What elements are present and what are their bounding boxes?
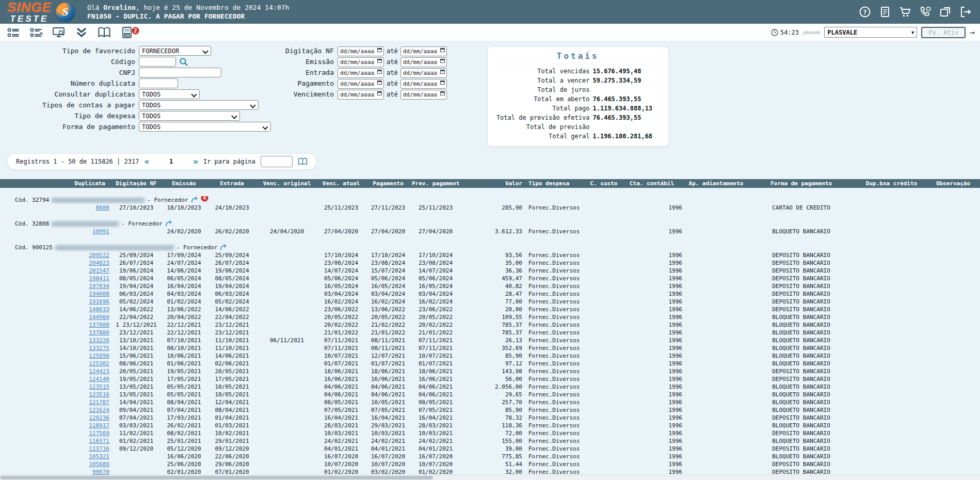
search-icon[interactable]: [179, 57, 188, 67]
cell-0: 105689: [0, 460, 113, 468]
cart-button[interactable]: [899, 6, 911, 18]
cell-1: 08/05/2024: [113, 275, 160, 282]
cell-1: 09/12/2020: [113, 445, 160, 453]
calendar-icon[interactable]: [377, 48, 382, 52]
calendar-icon[interactable]: [440, 91, 445, 95]
duplicata-link[interactable]: 118917: [89, 422, 109, 429]
calendar-icon[interactable]: [440, 59, 445, 63]
double-chevron-down-button[interactable]: [74, 26, 89, 39]
horizontal-scrollbar-thumb[interactable]: [1, 476, 433, 479]
csv-export-button[interactable]: CSV2: [120, 26, 134, 39]
calendar-icon[interactable]: [377, 59, 382, 63]
help-button[interactable]: ?: [859, 6, 871, 18]
duplicata-link[interactable]: 116571: [89, 438, 109, 444]
cell-7: 04/01/2021: [412, 445, 459, 453]
duplicata-link[interactable]: 124140: [89, 376, 109, 382]
duplicata-link[interactable]: 123516: [89, 391, 109, 398]
search-icon[interactable]: [179, 57, 188, 67]
duplicata-link[interactable]: 125890: [89, 353, 109, 359]
duplicata-link[interactable]: 123515: [89, 383, 109, 390]
filter-input-3[interactable]: [139, 78, 178, 88]
goto-page-input[interactable]: [261, 156, 293, 167]
cell-8: 459,47: [459, 275, 526, 282]
calendar-icon[interactable]: [440, 70, 445, 74]
singe-logo[interactable]: SINGE TESTE S: [0, 1, 80, 23]
calendar-icon[interactable]: [377, 70, 382, 74]
filter-input-1[interactable]: [139, 57, 176, 67]
filter-select-4[interactable]: TODOS: [139, 89, 200, 99]
duplicata-link[interactable]: 209522: [89, 252, 109, 259]
duplicata-link[interactable]: 148633: [89, 306, 109, 313]
phone-support-button[interactable]: [919, 6, 931, 18]
duplicata-link[interactable]: 105689: [89, 461, 109, 468]
finance-detail-icon[interactable]: [220, 244, 227, 251]
duplicata-link[interactable]: 191696: [89, 298, 109, 305]
duplicata-link[interactable]: 197034: [89, 283, 109, 290]
finance-detail-icon[interactable]: [191, 197, 198, 203]
duplicata-link[interactable]: 194008: [89, 291, 109, 297]
date-filter-row: Vencimentoaté: [273, 89, 447, 100]
duplicata-link[interactable]: 8680: [96, 204, 110, 211]
duplicata-link[interactable]: 198411: [89, 275, 109, 282]
company-select[interactable]: PLASVALE ▼: [824, 27, 917, 38]
duplicata-link[interactable]: 137880: [89, 322, 109, 328]
exit-button[interactable]: [959, 6, 972, 18]
cell-12: [686, 398, 746, 406]
px-ativ-button[interactable]: Px. Ativ: [921, 27, 966, 38]
finance-detail-icon[interactable]: [165, 220, 172, 227]
finance-detail-icon[interactable]: [220, 244, 227, 251]
cell-5: 20/05/2022: [318, 313, 364, 321]
duplicata-link[interactable]: 201547: [89, 267, 109, 274]
cell-4: [256, 329, 318, 337]
book-button[interactable]: [97, 26, 111, 39]
cell-1: 13/05/2021: [113, 391, 160, 398]
supplier-group-row: Cód. 32794- Fornecedor4: [0, 196, 980, 204]
filter-select-6[interactable]: TODOS: [139, 111, 240, 121]
book-icon[interactable]: [298, 157, 308, 166]
cell-9: Fornec.Diversos: [526, 414, 586, 422]
duplicata-link[interactable]: 10991: [92, 228, 109, 235]
cell-10: [586, 367, 622, 375]
duplicata-link[interactable]: 137880: [89, 329, 109, 336]
duplicata-link[interactable]: 125302: [89, 360, 109, 367]
duplicata-link[interactable]: 133275: [89, 345, 109, 351]
duplicata-link[interactable]: 120236: [89, 414, 109, 421]
next-page-button[interactable]: »: [193, 157, 198, 166]
cell-14: [857, 429, 926, 437]
filter-row: Forma de pagamentoTODOS: [0, 121, 271, 132]
cell-8: 29,65: [459, 391, 526, 398]
calendar-icon[interactable]: [377, 81, 382, 85]
cell-15: [926, 437, 980, 445]
filter-input-2[interactable]: [139, 68, 221, 77]
duplicata-link[interactable]: 121624: [89, 407, 109, 413]
calendar-icon[interactable]: [440, 48, 445, 52]
calendar-icon[interactable]: [440, 81, 445, 85]
prev-page-button[interactable]: «: [144, 157, 149, 166]
duplicata-link[interactable]: 133226: [89, 337, 109, 344]
forward-arrow-icon[interactable]: →: [970, 27, 975, 37]
filter-select-5[interactable]: TODOS: [139, 100, 259, 110]
calendar-icon[interactable]: [377, 91, 382, 95]
cell-11: 1996: [622, 367, 686, 375]
duplicata-link[interactable]: 124423: [89, 368, 109, 375]
duplicata-link[interactable]: 113716: [89, 445, 109, 452]
filter-select-7[interactable]: TODOS: [139, 122, 271, 132]
column-header: Cta. contábil: [622, 179, 686, 188]
duplicata-link[interactable]: 204823: [89, 260, 109, 266]
horizontal-scrollbar[interactable]: [0, 475, 980, 480]
finance-detail-icon[interactable]: [165, 220, 172, 227]
person-list-button[interactable]: [6, 26, 21, 39]
person-edit-list-button[interactable]: [29, 26, 43, 39]
window-switch-button[interactable]: [939, 6, 952, 18]
monitor-search-button[interactable]: [52, 26, 66, 39]
filter-select-0[interactable]: FORNECEDOR: [139, 46, 211, 56]
duplicata-link[interactable]: 105321: [89, 453, 109, 460]
finance-detail-icon[interactable]: [191, 197, 198, 203]
supplier-group-header: Cód. 32794- Fornecedor4: [0, 196, 980, 204]
cell-9: Fornec.Diversos: [526, 383, 586, 391]
duplicata-link[interactable]: 144984: [89, 314, 109, 321]
duplicata-link[interactable]: 117569: [89, 430, 109, 437]
cell-1: 15/06/2021: [113, 352, 160, 360]
duplicata-link[interactable]: 121787: [89, 399, 109, 406]
report-button[interactable]: [879, 6, 891, 18]
